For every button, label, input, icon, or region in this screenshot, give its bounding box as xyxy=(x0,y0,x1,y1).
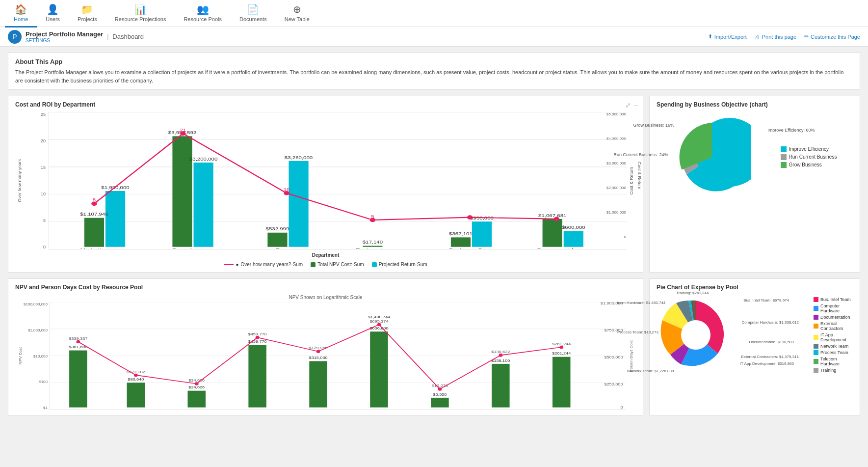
svg-point-98 xyxy=(681,320,710,350)
npv-y-left: $100,000,000$1,000,000$10,000$100$1 xyxy=(25,302,50,410)
expense-panel: Pie Chart of Expense by Pool Training: $… xyxy=(649,278,860,415)
nav-new-table[interactable]: ⊕ New Table xyxy=(276,0,318,27)
print-icon: 🖨 xyxy=(755,34,760,40)
svg-rect-20 xyxy=(363,246,382,247)
svg-text:$261,244: $261,244 xyxy=(552,341,571,346)
improve-eff-label: Improve Efficiency: 60% xyxy=(767,128,815,133)
svg-point-93 xyxy=(377,323,381,327)
svg-rect-28 xyxy=(543,219,562,247)
breadcrumb-separator: | xyxy=(107,33,108,40)
y-axis-left: 2520151050 xyxy=(24,112,49,249)
import-export-button[interactable]: ⬆ Import/Export xyxy=(708,33,747,40)
svg-rect-73 xyxy=(492,364,510,408)
nav-resource-pools[interactable]: 👥 Resource Pools xyxy=(175,0,231,27)
svg-point-95 xyxy=(499,354,502,357)
nav-documents[interactable]: 📄 Documents xyxy=(231,0,276,27)
svg-point-92 xyxy=(316,350,320,353)
dashboard-row-2: NPV and Person Days Cost by Resource Poo… xyxy=(8,278,860,415)
close-icon[interactable]: – xyxy=(634,101,638,109)
svg-rect-15 xyxy=(267,233,287,247)
svg-text:$17,140: $17,140 xyxy=(363,240,383,245)
svg-point-96 xyxy=(559,346,563,349)
spending-pie-svg xyxy=(673,118,751,196)
svg-text:Operations: Operations xyxy=(172,247,203,249)
nav-projects[interactable]: 📁 Projects xyxy=(69,0,106,27)
dashboard-row-1: Cost and ROI by Department ⤢ – Over how … xyxy=(8,96,860,273)
svg-point-90 xyxy=(195,382,199,385)
legend-cyan: Projected Return-Sum xyxy=(372,262,427,267)
documents-icon: 📄 xyxy=(247,3,259,15)
nav-home[interactable]: 🏠 Home xyxy=(5,0,37,27)
pie-container: Run Current Business: 24% xyxy=(657,118,853,198)
home-icon: 🏠 xyxy=(15,3,27,15)
spending-panel: Spending by Business Objective (chart) R… xyxy=(649,96,860,273)
import-icon: ⬆ xyxy=(708,33,712,40)
legend-line: ● Over how many years?-Sum xyxy=(224,262,303,267)
svg-text:$606,600: $606,600 xyxy=(369,326,388,330)
svg-text:$600,000: $600,000 xyxy=(562,225,585,230)
svg-point-91 xyxy=(256,336,260,339)
top-nav: 🏠 Home 👤 Users 📁 Projects 📊 Resource Pro… xyxy=(0,0,868,27)
resource-pools-icon: 👥 xyxy=(197,3,209,15)
svg-rect-23 xyxy=(451,237,471,247)
svg-rect-5 xyxy=(84,218,104,247)
print-button[interactable]: 🖨 Print this page xyxy=(755,34,796,40)
expand-icon[interactable]: ⤢ xyxy=(625,101,631,109)
nav-resource-projections[interactable]: 📊 Resource Projections xyxy=(106,0,175,27)
bus-intel-label: Bus. Intel Team: $678,674 xyxy=(743,298,789,302)
network-label: Network Team: $1,226,838 xyxy=(627,369,674,373)
npv-panel: NPV and Person Days Cost by Resource Poo… xyxy=(8,278,643,415)
legend-grow: Grow Business xyxy=(781,162,837,168)
npv-y-label: NPV Cost xyxy=(18,347,23,364)
svg-text:$34,626: $34,626 xyxy=(188,378,205,383)
x-axis-label: Department xyxy=(15,252,636,258)
grow-business-label: Grow Business: 16% xyxy=(633,123,675,128)
svg-text:$5,550: $5,550 xyxy=(433,392,447,396)
svg-text:Companywide: Companywide xyxy=(536,247,577,249)
svg-point-89 xyxy=(134,374,138,377)
about-section: About This App The Project Portfolio Man… xyxy=(8,53,860,90)
ext-con-label: External Contractors: $1,379,311 xyxy=(741,355,799,359)
expense-pie-svg xyxy=(657,296,735,374)
it-app-label: IT App Development: $519,860 xyxy=(740,361,794,366)
header-actions: ⬆ Import/Export 🖨 Print this page ✏ Cust… xyxy=(708,33,860,40)
svg-rect-24 xyxy=(472,221,492,247)
svg-text:$459,770: $459,770 xyxy=(248,339,267,344)
svg-text:10: 10 xyxy=(284,187,290,192)
svg-rect-11 xyxy=(194,163,213,247)
about-text: The Project Portfolio Manager allows you… xyxy=(15,68,853,84)
customize-button[interactable]: ✏ Customize this Page xyxy=(804,33,860,40)
svg-text:Engineering: Engineering xyxy=(356,247,390,249)
panel-icons: ⤢ – xyxy=(625,101,638,109)
main-content: About This App The Project Portfolio Man… xyxy=(0,47,868,467)
dashboard-label: Dashboard xyxy=(112,33,144,40)
svg-text:8: 8 xyxy=(93,198,96,202)
comp-hw-label: Computer Hardware: $1,338,612 xyxy=(741,320,799,325)
app-icon: P xyxy=(8,30,22,44)
svg-text:$3,200,000: $3,200,000 xyxy=(189,157,218,161)
svg-text:$250,000: $250,000 xyxy=(604,382,623,386)
new-table-icon: ⊕ xyxy=(293,3,301,15)
svg-point-38 xyxy=(554,217,559,221)
svg-text:$1,480,744: $1,480,744 xyxy=(368,315,391,319)
svg-text:$339,337: $339,337 xyxy=(69,336,87,340)
expense-title: Pie Chart of Expense by Pool xyxy=(657,284,853,291)
chart-area: $5,000,000$4,000,000$3,000,000$2,000,000… xyxy=(49,112,627,249)
about-title: About This App xyxy=(15,58,853,65)
customize-icon: ✏ xyxy=(804,33,809,40)
svg-text:$80,640: $80,640 xyxy=(128,377,144,382)
svg-text:$261,244: $261,244 xyxy=(552,351,571,356)
svg-rect-76 xyxy=(552,357,571,408)
expense-legend: Bus. Intel Team Computer Hardware Docume… xyxy=(814,297,853,374)
nav-users[interactable]: 👤 Users xyxy=(37,0,69,27)
cost-roi-title: Cost and ROI by Department xyxy=(15,101,636,108)
cost-roi-svg: $1,107,946 $1,990,000 Marketing $3,956,5… xyxy=(49,112,627,249)
breadcrumb: Project Portfolio Manager SETTINGS xyxy=(26,30,103,43)
svg-text:$3,260,000: $3,260,000 xyxy=(285,155,313,160)
expense-pie-container: Training: $261,244 Bus. Intel Team: $678… xyxy=(657,296,853,376)
svg-text:$532,999: $532,999 xyxy=(266,227,289,231)
svg-text:$1,067,681: $1,067,681 xyxy=(538,213,567,218)
training-label: Training: $261,244 xyxy=(676,291,709,295)
svg-rect-61 xyxy=(248,345,266,408)
icom-hw-label: icom Hardware: $1,480,744 xyxy=(617,301,665,305)
